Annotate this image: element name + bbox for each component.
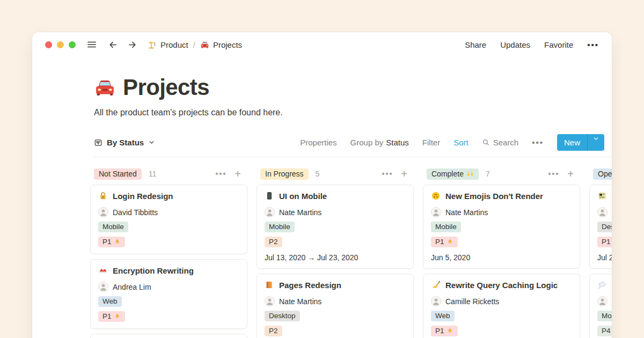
raised-hands-icon [466, 170, 474, 178]
back-icon[interactable] [108, 40, 118, 50]
forward-icon[interactable] [127, 40, 137, 50]
chevron-down-icon[interactable] [588, 134, 604, 143]
view-selector-label: By Status [107, 138, 144, 147]
tag: P1 [431, 237, 458, 247]
tag-row: Desktop [597, 222, 612, 232]
column-more-icon[interactable]: ••• [382, 170, 393, 178]
filter-button[interactable]: Filter [422, 138, 440, 147]
writing-hand-icon [431, 280, 441, 290]
tag: P4 [597, 326, 612, 336]
updates-button[interactable]: Updates [500, 40, 530, 49]
avatar [265, 296, 275, 306]
page-title-text: Projects [123, 75, 209, 100]
search-button[interactable]: Search [482, 138, 519, 147]
favorite-button[interactable]: Favorite [544, 40, 573, 49]
toolbar-actions: Properties Group by Status Filter Sort S… [300, 134, 604, 151]
kanban-card[interactable]: New Emojis Don't RenderNate MartinsMobil… [423, 185, 580, 269]
column-actions: •••+ [548, 168, 574, 179]
column-status-pill[interactable]: Open [593, 168, 612, 180]
kanban-card[interactable]: Rewrite Query Caching LogicCamille Ricke… [423, 274, 580, 338]
card-title-text: Login Redesign [113, 192, 173, 201]
properties-button[interactable]: Properties [300, 138, 336, 147]
column-add-icon[interactable]: + [401, 168, 407, 179]
tag-row: Web [431, 311, 572, 321]
column-more-icon[interactable]: ••• [216, 170, 227, 178]
card-title-text: New Emojis Don't Render [445, 192, 543, 201]
card-title-text: UI on Mobile [279, 192, 327, 201]
kanban-card[interactable]: PNDesktopP1Jul 2 [589, 185, 612, 269]
card-title: Encryption Rewriting [98, 266, 239, 275]
window-controls [45, 41, 76, 48]
more-icon[interactable]: ••• [587, 40, 599, 49]
breadcrumb-item-projects[interactable]: Projects [200, 40, 242, 49]
column-add-icon[interactable]: + [567, 168, 574, 179]
toolbar-more-icon[interactable]: ••• [532, 138, 544, 147]
kanban-card-partial[interactable] [90, 334, 247, 338]
assignee-name: Nate Martins [279, 297, 321, 306]
close-window-button[interactable] [45, 41, 52, 48]
menu-icon[interactable] [86, 39, 97, 50]
tag-row: P2 [265, 237, 406, 247]
card-assignee: Nate Martins [265, 296, 406, 306]
tag-label: Mobile [602, 312, 612, 320]
column-status-label: Open [598, 170, 612, 178]
tag-label: Web [435, 312, 450, 320]
share-button[interactable]: Share [465, 40, 486, 49]
tag-label: Mobile [435, 223, 457, 231]
column-more-icon[interactable]: ••• [548, 170, 560, 178]
tag-row: P1 [98, 311, 239, 322]
sort-button[interactable]: Sort [453, 138, 469, 147]
kanban-card[interactable]: Login RedesignDavid TibbittsMobileP1 [90, 185, 247, 254]
new-button-label[interactable]: New [557, 134, 587, 151]
board-column: Not Started11•••+Login RedesignDavid Tib… [90, 166, 247, 338]
view-selector[interactable]: By Status [94, 138, 155, 147]
card-title: C [597, 280, 612, 290]
kanban-card[interactable]: UI on MobileNate MartinsMobileP2Jul 13, … [257, 185, 414, 269]
avatar [431, 207, 441, 217]
header-actions: Share Updates Favorite ••• [465, 40, 599, 49]
breadcrumb: Product / Projects [148, 40, 242, 49]
tag: P1 [431, 326, 458, 336]
column-header: Open•••+ [589, 166, 612, 181]
group-by-value: Status [386, 138, 409, 147]
column-status-label: Complete [431, 170, 464, 178]
search-label: Search [493, 138, 519, 147]
minimize-window-button[interactable] [57, 41, 64, 48]
avatar [431, 296, 441, 306]
tag-row: Web [98, 296, 239, 307]
tag-label: P1 [103, 238, 112, 246]
fire-icon [114, 238, 121, 245]
car-icon [200, 40, 209, 49]
column-actions: •••+ [382, 168, 407, 179]
kanban-card[interactable]: Pages RedesignNate MartinsDesktopP2 [257, 274, 414, 338]
column-add-icon[interactable]: + [235, 168, 241, 179]
card-assignee: Camille Ricketts [431, 296, 572, 306]
tag: Mobile [98, 222, 128, 232]
assignee-name: David Tibbitts [113, 208, 158, 217]
breadcrumb-label: Product [160, 40, 188, 49]
tag-label: P4 [602, 327, 611, 335]
helmet-icon [98, 266, 108, 275]
tag-label: P2 [269, 238, 278, 246]
group-by-button[interactable]: Group by Status [350, 138, 409, 147]
tag: Web [98, 296, 122, 307]
column-header: In Progress5•••+ [257, 166, 414, 181]
column-count: 7 [486, 170, 490, 178]
card-title-text: Rewrite Query Caching Logic [445, 281, 558, 290]
tag-row: Desktop [265, 311, 406, 321]
column-status-pill[interactable]: Complete [427, 168, 479, 180]
column-status-pill[interactable]: Not Started [94, 168, 142, 180]
breadcrumb-item-product[interactable]: Product [148, 40, 188, 49]
maximize-window-button[interactable] [69, 41, 76, 48]
kanban-card[interactable]: Encryption RewritingAndrea LimWebP1 [90, 259, 247, 329]
card-assignee: David Tibbitts [98, 207, 239, 217]
tag-label: Web [103, 297, 118, 305]
assignee-name: Nate Martins [445, 208, 488, 217]
kanban-card[interactable]: CSMobileP4 [589, 274, 612, 338]
assignee-name: Andrea Lim [113, 283, 151, 291]
view-toolbar: By Status Properties Group by Status Fil… [94, 134, 612, 157]
tag-row: P2 [265, 326, 406, 336]
column-status-pill[interactable]: In Progress [260, 168, 309, 180]
tag-label: Mobile [103, 223, 124, 231]
new-button[interactable]: New [557, 134, 604, 151]
